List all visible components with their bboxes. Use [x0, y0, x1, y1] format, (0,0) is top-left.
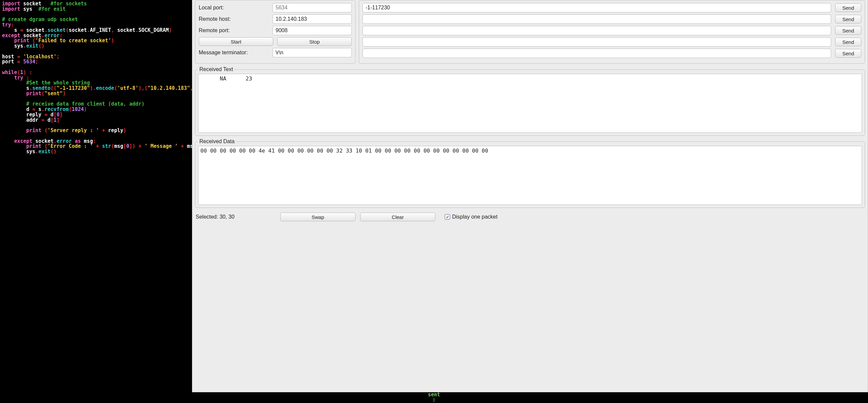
display-one-packet-checkbox[interactable]: ✓: [445, 214, 450, 220]
send-input-2[interactable]: [363, 26, 831, 35]
terminator-label: Message terminator:: [199, 49, 269, 56]
received-data-box[interactable]: 00 00 00 00 00 00 4e 41 00 00 00 00 00 0…: [198, 146, 862, 205]
selection-label: Selected: 30, 30: [196, 214, 276, 220]
received-text-group: Received Text NA 23: [195, 66, 865, 136]
send-button-0[interactable]: Send: [835, 3, 861, 12]
swap-button[interactable]: Swap: [280, 212, 355, 221]
send-input-3[interactable]: [363, 37, 831, 46]
send-input-0[interactable]: [363, 3, 831, 12]
send-button-2[interactable]: Send: [835, 26, 861, 35]
send-row: Send: [363, 3, 861, 12]
terminator-input[interactable]: [273, 48, 352, 57]
remote-host-input[interactable]: [273, 14, 352, 24]
stop-button[interactable]: Stop: [277, 37, 352, 46]
send-button-4[interactable]: Send: [835, 49, 861, 58]
udp-tool-window: Local port: Remote host: Remote port: St…: [192, 0, 868, 392]
remote-host-label: Remote host:: [199, 16, 269, 22]
received-text-box[interactable]: NA 23: [198, 74, 862, 133]
remote-port-label: Remote port:: [199, 28, 269, 34]
bottom-bar: Selected: 30, 30 Swap Clear ✓ Display on…: [192, 210, 868, 224]
code-editor[interactable]: import socket #for sockets import sys #f…: [0, 0, 192, 392]
terminal-output: sent ▯: [0, 392, 868, 403]
local-port-input[interactable]: [273, 3, 352, 12]
display-one-packet-label: Display one packet: [452, 214, 497, 220]
send-input-4[interactable]: [363, 48, 831, 58]
terminal-cursor-icon: ▯: [432, 397, 435, 403]
send-button-3[interactable]: Send: [835, 38, 861, 46]
received-data-group: Received Data 00 00 00 00 00 00 4e 41 00…: [195, 138, 865, 208]
remote-port-input[interactable]: [273, 26, 352, 35]
local-port-label: Local port:: [199, 5, 269, 11]
received-data-legend: Received Data: [198, 138, 236, 144]
clear-button[interactable]: Clear: [360, 212, 435, 221]
send-row: Send: [363, 26, 861, 35]
send-row: Send: [363, 48, 861, 58]
send-row: Send: [363, 37, 861, 46]
start-button[interactable]: Start: [199, 37, 273, 46]
send-row: Send: [363, 14, 861, 24]
received-text-legend: Received Text: [198, 66, 234, 72]
send-input-1[interactable]: [363, 14, 831, 24]
send-button-1[interactable]: Send: [835, 15, 861, 24]
connection-config-group: Local port: Remote host: Remote port: St…: [195, 0, 355, 64]
send-group: SendSendSendSendSend: [359, 0, 865, 64]
